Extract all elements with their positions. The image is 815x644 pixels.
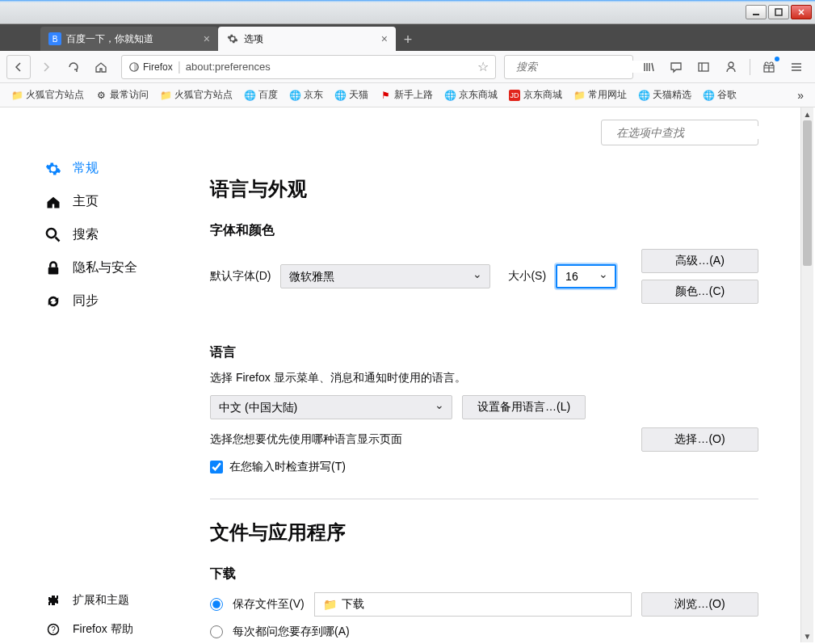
sidebar-item-addons[interactable]: 扩展和主题 <box>0 586 194 615</box>
choose-language-button[interactable]: 选择…(O) <box>641 427 758 452</box>
url-input[interactable] <box>186 61 473 73</box>
always-ask-radio[interactable] <box>210 625 223 638</box>
globe-icon: 🌐 <box>244 90 255 101</box>
bookmark-overflow-button[interactable]: » <box>792 86 809 104</box>
window-titlebar <box>0 0 815 24</box>
bookmark-item[interactable]: ⚑新手上路 <box>375 86 438 104</box>
reload-icon <box>67 61 80 74</box>
back-icon <box>12 61 25 74</box>
set-alternatives-button[interactable]: 设置备用语言…(L) <box>462 395 586 419</box>
bookmark-item[interactable]: 📁火狐官方站点 <box>6 86 89 104</box>
maximize-icon <box>775 8 783 16</box>
advanced-fonts-button[interactable]: 高级…(A) <box>641 249 758 273</box>
bookmark-item[interactable]: 📁火狐官方站点 <box>155 86 237 104</box>
sidebar-item-sync[interactable]: 同步 <box>0 284 194 318</box>
back-button[interactable] <box>6 55 31 79</box>
preferences-content: 常规 主页 搜索 隐私与安全 同步 扩展和主题 <box>0 107 815 644</box>
forward-button[interactable] <box>34 55 58 79</box>
sidebar-item-privacy[interactable]: 隐私与安全 <box>0 251 194 284</box>
gear-favicon-icon <box>226 32 239 45</box>
search-input[interactable] <box>516 61 653 73</box>
search-bar[interactable] <box>504 55 633 79</box>
default-font-select[interactable]: 微软雅黑 <box>280 264 490 288</box>
spellcheck-label: 在您输入时检查拼写(T) <box>229 460 346 474</box>
vertical-scrollbar[interactable]: ▲ ▼ <box>800 107 813 642</box>
sidebar-label: 主页 <box>73 193 99 210</box>
sidebar-icon <box>697 61 710 74</box>
help-icon: ? <box>45 621 61 638</box>
account-icon <box>725 61 737 74</box>
fonts-heading: 字体和颜色 <box>210 222 758 239</box>
sidebar-item-general[interactable]: 常规 <box>0 152 194 185</box>
folder-icon: 📁 <box>323 598 337 611</box>
sidebar-label: 常规 <box>73 160 99 177</box>
globe-icon: 🌐 <box>289 90 300 101</box>
minimize-icon <box>752 8 760 16</box>
gift-icon <box>762 61 775 74</box>
bookmark-star-icon[interactable]: ☆ <box>477 59 489 74</box>
default-font-label: 默认字体(D) <box>210 269 271 284</box>
bookmark-item[interactable]: 🌐天猫精选 <box>633 86 696 104</box>
nav-toolbar: Firefox | ☆ <box>0 51 815 83</box>
save-to-label: 保存文件至(V) <box>233 597 305 612</box>
close-icon <box>797 8 805 16</box>
maximize-button[interactable] <box>768 5 789 19</box>
folder-icon: 📁 <box>11 90 23 101</box>
close-window-button[interactable] <box>791 5 812 19</box>
tab-preferences[interactable]: 选项 × <box>218 27 396 51</box>
menu-button[interactable] <box>784 55 809 79</box>
preferences-search-input[interactable] <box>616 126 759 139</box>
folder-icon: 📁 <box>573 90 585 101</box>
sidebar-item-home[interactable]: 主页 <box>0 185 194 218</box>
scroll-up-button[interactable]: ▲ <box>801 107 813 120</box>
bookmark-item[interactable]: 📁常用网址 <box>569 86 632 104</box>
bookmark-item[interactable]: 🌐百度 <box>239 86 283 104</box>
sidebar-item-help[interactable]: ? Firefox 帮助 <box>0 615 194 644</box>
section-title-appearance: 语言与外观 <box>210 176 758 202</box>
bookmark-item[interactable]: ⚙最常访问 <box>90 86 153 104</box>
home-button[interactable] <box>89 55 113 79</box>
tab-close-button[interactable]: × <box>381 32 388 45</box>
sidebar-button[interactable] <box>691 55 716 79</box>
bookmark-item[interactable]: 🌐京东商城 <box>439 86 502 104</box>
browse-button[interactable]: 浏览…(O) <box>641 592 758 617</box>
download-heading: 下载 <box>210 566 758 583</box>
globe-icon: 🌐 <box>334 90 346 101</box>
colors-button[interactable]: 颜色…(C) <box>641 280 758 304</box>
bookmark-item[interactable]: 🌐京东 <box>284 86 328 104</box>
gift-button[interactable] <box>757 55 781 79</box>
sidebar-label: Firefox 帮助 <box>73 622 133 637</box>
svg-point-5 <box>729 62 733 67</box>
font-size-select[interactable]: 16 <box>556 264 616 288</box>
new-tab-button[interactable]: + <box>396 28 420 51</box>
gear-icon: ⚙ <box>95 90 107 101</box>
language-select[interactable]: 中文 (中国大陆) <box>210 395 452 419</box>
globe-icon: 🌐 <box>444 90 456 101</box>
svg-rect-0 <box>753 14 759 15</box>
scroll-down-button[interactable]: ▼ <box>801 629 813 642</box>
preferences-search[interactable] <box>601 120 758 145</box>
reload-button[interactable] <box>61 55 86 79</box>
svg-point-7 <box>47 228 56 237</box>
identity-block[interactable]: Firefox <box>128 61 173 73</box>
library-button[interactable] <box>636 55 661 79</box>
spellcheck-checkbox[interactable] <box>210 461 223 474</box>
jd-icon: JD <box>509 90 520 101</box>
sidebar-label: 扩展和主题 <box>73 593 129 608</box>
url-bar[interactable]: Firefox | ☆ <box>121 55 496 79</box>
minimize-button[interactable] <box>746 5 767 19</box>
chat-button[interactable] <box>664 55 688 79</box>
tab-close-button[interactable]: × <box>204 32 210 45</box>
lock-icon <box>45 260 61 276</box>
sidebar-item-search[interactable]: 搜索 <box>0 218 194 251</box>
bookmark-item[interactable]: 🌐天猫 <box>330 86 373 104</box>
scrollbar-thumb[interactable] <box>803 120 812 266</box>
download-path-field[interactable]: 📁 下载 <box>314 592 632 617</box>
identity-label: Firefox <box>143 61 173 73</box>
account-button[interactable] <box>719 55 743 79</box>
bookmark-item[interactable]: 🌐谷歌 <box>698 86 741 104</box>
bookmark-item[interactable]: JD京东商城 <box>504 86 567 104</box>
section-divider <box>210 499 758 499</box>
tab-baidu[interactable]: B 百度一下，你就知道 × <box>40 27 218 51</box>
save-to-radio[interactable] <box>210 598 223 611</box>
